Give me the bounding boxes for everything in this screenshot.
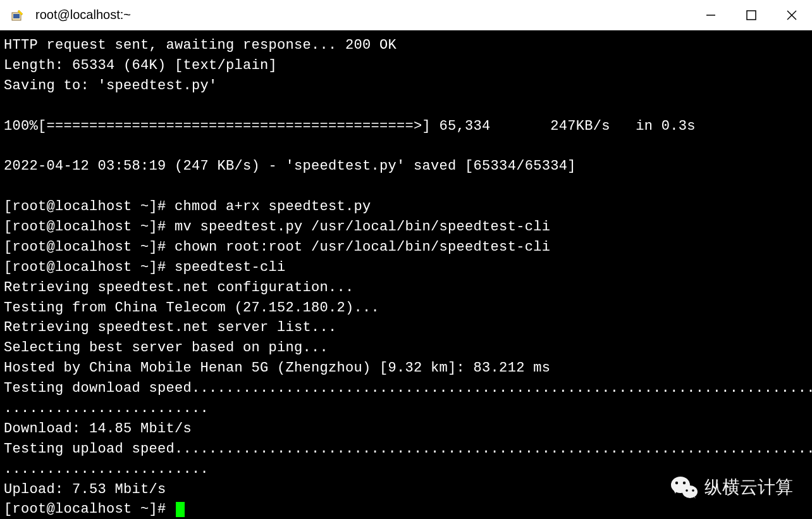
terminal-line: 100%[===================================… xyxy=(4,118,696,134)
terminal-line: [root@localhost ~]# mv speedtest.py /usr… xyxy=(4,219,550,235)
terminal-line: Download: 14.85 Mbit/s xyxy=(4,421,192,437)
terminal-line: HTTP request sent, awaiting response... … xyxy=(4,37,397,53)
window-title: root@localhost:~ xyxy=(35,8,691,22)
svg-point-8 xyxy=(683,482,686,484)
terminal-line: ........................ xyxy=(4,401,209,416)
window-titlebar: root@localhost:~ xyxy=(0,0,812,30)
svg-point-11 xyxy=(692,489,694,492)
terminal-line: [root@localhost ~]# chown root:root /usr… xyxy=(4,239,550,255)
terminal-line: Testing upload speed....................… xyxy=(4,441,812,457)
terminal-line: 2022-04-12 03:58:19 (247 KB/s) - 'speedt… xyxy=(4,158,576,174)
terminal-line: Upload: 7.53 Mbit/s xyxy=(4,482,166,497)
svg-point-10 xyxy=(686,489,688,492)
terminal-line: Retrieving speedtest.net server list... xyxy=(4,320,337,335)
putty-icon xyxy=(10,8,25,23)
terminal-line: Retrieving speedtest.net configuration..… xyxy=(4,280,354,296)
terminal-line: Testing from China Telecom (27.152.180.2… xyxy=(4,300,379,316)
maximize-button[interactable] xyxy=(731,0,772,30)
wechat-icon xyxy=(670,475,698,500)
terminal-line: Selecting best server based on ping... xyxy=(4,340,328,356)
terminal-line: Testing download speed..................… xyxy=(4,380,812,396)
terminal-output[interactable]: HTTP request sent, awaiting response... … xyxy=(0,30,812,519)
window-controls xyxy=(691,0,812,30)
terminal-line: Hosted by China Mobile Henan 5G (Zhengzh… xyxy=(4,360,550,376)
svg-point-9 xyxy=(682,485,698,498)
minimize-button[interactable] xyxy=(691,0,731,30)
terminal-line: [root@localhost ~]# chmod a+rx speedtest… xyxy=(4,199,371,215)
watermark: 纵横云计算 xyxy=(670,475,793,500)
terminal-prompt: [root@localhost ~]# xyxy=(4,501,175,517)
svg-point-7 xyxy=(675,482,678,484)
terminal-line: Saving to: 'speedtest.py' xyxy=(4,78,218,94)
cursor-icon xyxy=(176,502,185,517)
svg-rect-3 xyxy=(747,11,756,20)
terminal-line: Length: 65334 (64K) [text/plain] xyxy=(4,58,277,73)
close-button[interactable] xyxy=(772,0,812,30)
svg-rect-1 xyxy=(13,14,20,18)
terminal-line: [root@localhost ~]# speedtest-cli xyxy=(4,260,286,275)
terminal-line: ........................ xyxy=(4,461,209,477)
watermark-text: 纵横云计算 xyxy=(704,475,793,499)
